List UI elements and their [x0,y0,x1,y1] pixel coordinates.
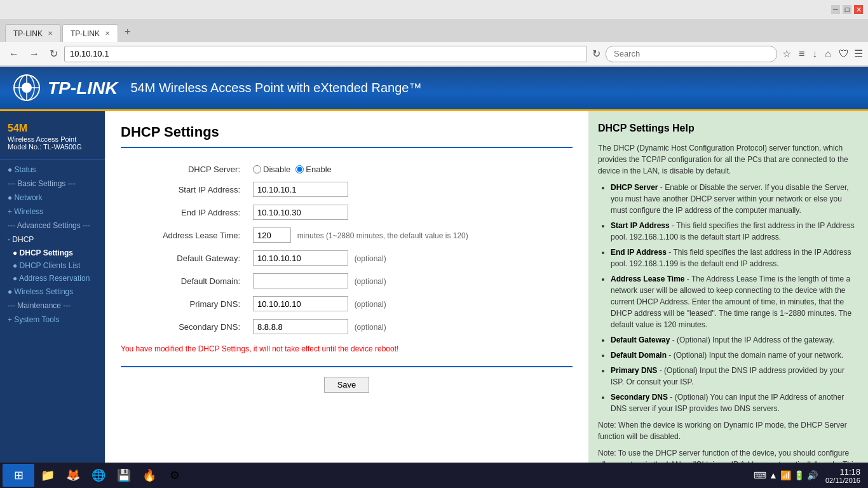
sidebar-item-status[interactable]: ● Status [0,163,105,177]
end-ip-row: End IP Address: [121,201,566,224]
taskbar-left: ⊞ 📁 🦊 🌐 💾 🔥 ⚙ [3,464,187,487]
sidebar-model-no: Model No.: TL-WA500G [0,143,105,157]
save-button[interactable]: Save [324,377,370,393]
tray-icons: ⌨ ▲ 📶 🔋 🔊 [754,470,818,480]
tabs-bar: TP-LINK ✕ TP-LINK ✕ + [0,19,868,42]
help-term-5: Default Domain [611,351,667,360]
domain-optional: (optional) [355,277,386,286]
gateway-optional: (optional) [355,254,386,263]
tab-2-label: TP-LINK [71,29,100,38]
sidebar-link-dhcp-clients[interactable]: ● DHCP Clients List [13,261,80,270]
help-item-0: DHCP Server - Enable or Disable the serv… [611,182,858,216]
domain-field: (optional) [248,269,566,292]
sidebar-link-address-reservation[interactable]: ● Address Reservation [13,274,90,283]
tab-2-close[interactable]: ✕ [105,30,110,37]
sidebar-item-wireless[interactable]: + Wireless [0,205,105,219]
network-tray-icon: 📶 [780,470,791,480]
sidebar-section-maintenance: --- Maintenance --- [0,299,105,313]
help-desc-4: - (Optional) Input the IP Address of the… [670,336,834,344]
gateway-input[interactable] [253,250,348,266]
sidebar-sub-address-reservation[interactable]: ● Address Reservation [0,272,105,285]
sidebar-link-status[interactable]: ● Status [8,165,36,174]
sidebar: 54M Wireless Access Point Model No.: TL-… [0,111,105,488]
help-term-3: Address Lease Time [611,274,685,283]
window-controls: ─ □ ✕ [831,5,863,14]
secondary-dns-input[interactable] [253,319,348,334]
tab-2[interactable]: TP-LINK ✕ [62,24,118,42]
gateway-label: Default Gateway: [121,247,248,269]
back-button[interactable]: ← [5,47,23,61]
sidebar-link-system-tools[interactable]: + System Tools [8,315,59,324]
sidebar-link-network[interactable]: ● Network [8,193,43,202]
address-bar[interactable] [64,46,587,62]
sidebar-link-wireless-settings[interactable]: ● Wireless Settings [8,287,73,296]
taskbar-settings[interactable]: ⚙ [163,464,187,487]
sidebar-item-system-tools[interactable]: + System Tools [0,313,105,327]
primary-dns-input[interactable] [253,296,348,311]
sidebar-link-dhcp-settings[interactable]: ● DHCP Settings [13,248,73,257]
refresh-icon[interactable]: ↻ [590,46,603,61]
help-term-7: Secondary DNS [611,393,668,402]
domain-row: Default Domain: (optional) [121,269,566,292]
save-button-area: Save [121,377,573,393]
taskbar-chrome[interactable]: 🌐 [86,464,111,487]
sidebar-device-name: 54M [0,118,105,135]
dhcp-enable-text: Enable [306,165,331,174]
sidebar-sub-dhcp-clients[interactable]: ● DHCP Clients List [0,259,105,272]
reader-icon[interactable]: ≡ [796,47,807,61]
title-bar: ─ □ ✕ [0,0,868,19]
sidebar-section-advanced: --- Advanced Settings --- [0,219,105,233]
sidebar-link-wireless[interactable]: + Wireless [8,207,43,216]
dhcp-server-field: Disable Enable [248,161,566,178]
domain-input[interactable] [253,273,348,288]
dhcp-disable-radio[interactable] [253,165,261,173]
dhcp-radio-group: Disable Enable [253,165,560,174]
primary-dns-label: Primary DNS: [121,292,248,315]
home-icon[interactable]: ⌂ [822,47,834,61]
sidebar-item-network[interactable]: ● Network [0,191,105,205]
minimize-button[interactable]: ─ [831,5,840,14]
content-area: DHCP Settings DHCP Server: Disable [105,111,588,488]
dhcp-server-row: DHCP Server: Disable Enable [121,161,566,178]
shield-icon[interactable]: 🛡 [836,47,851,61]
help-note-1: Note: When the device is working on Dyna… [598,419,858,442]
sidebar-item-wireless-settings[interactable]: ● Wireless Settings [0,285,105,299]
tp-logo-text: TP-LINK [48,78,118,98]
sidebar-item-dhcp[interactable]: - DHCP [0,233,105,247]
help-term-2: End IP Address [611,248,667,257]
dhcp-enable-label[interactable]: Enable [295,165,331,174]
reload-button[interactable]: ↻ [46,46,62,61]
start-button[interactable]: ⊞ [3,464,34,487]
new-tab-button[interactable]: + [119,24,135,40]
taskbar-firefox2[interactable]: 🔥 [137,464,161,487]
lease-time-hint: minutes (1~2880 minutes, the default val… [297,231,468,240]
taskbar-vmware[interactable]: 💾 [112,464,136,487]
help-title: DHCP Settings Help [598,121,858,136]
search-input[interactable] [606,46,777,62]
taskbar-explorer[interactable]: 📁 [36,464,60,487]
taskbar-firefox[interactable]: 🦊 [61,464,85,487]
warning-message: You have modified the DHCP Settings, it … [121,344,573,353]
windows-icon: ⊞ [14,468,24,482]
help-item-2: End IP Address - This field specifies th… [611,247,858,269]
help-item-7: Secondary DNS - (Optional) You can input… [611,391,858,414]
end-ip-input[interactable] [253,205,348,220]
sidebar-divider-1 [0,159,105,160]
tab-1-close[interactable]: ✕ [48,30,53,37]
domain-label: Default Domain: [121,269,248,292]
sidebar-link-dhcp[interactable]: - DHCP [8,235,34,244]
forward-button[interactable]: → [25,47,43,61]
dhcp-enable-radio[interactable] [295,165,304,173]
menu-icon[interactable]: ☰ [854,48,863,60]
dhcp-disable-label[interactable]: Disable [253,165,290,174]
bookmark-icon[interactable]: ☆ [780,46,794,61]
sidebar-sub-dhcp-settings[interactable]: ● DHCP Settings [0,247,105,259]
download-icon[interactable]: ↓ [810,47,820,61]
maximize-button[interactable]: □ [843,5,851,14]
close-button[interactable]: ✕ [854,5,863,14]
tab-1[interactable]: TP-LINK ✕ [5,24,61,42]
tp-device-title: 54M Wireless Access Point with eXtended … [130,81,421,95]
start-ip-input[interactable] [253,182,348,197]
system-clock[interactable]: 11:18 02/11/2016 [820,467,865,484]
lease-time-input[interactable] [253,227,291,243]
